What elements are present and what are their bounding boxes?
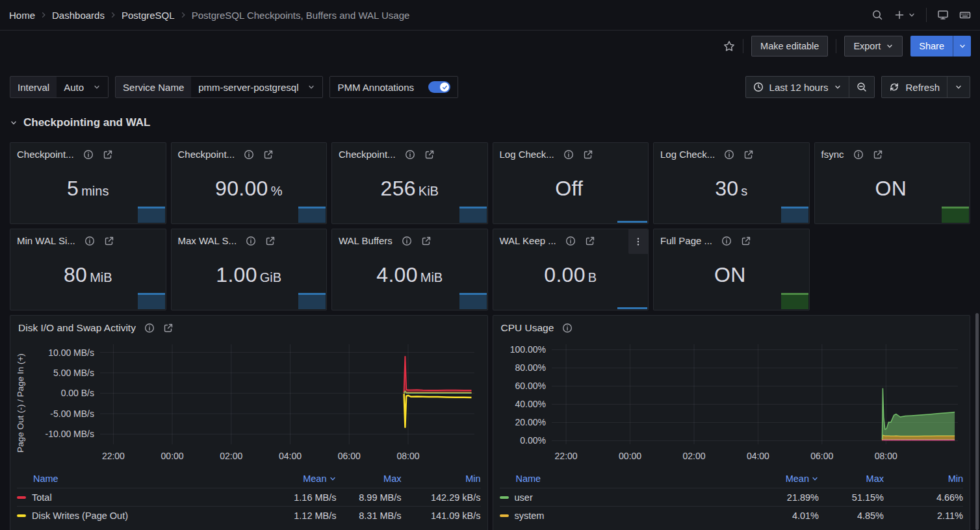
info-icon[interactable] — [565, 236, 576, 246]
breadcrumb-home[interactable]: Home — [9, 10, 35, 21]
panel-title[interactable]: Max WAL S... — [178, 235, 237, 246]
external-link-icon[interactable] — [263, 149, 274, 160]
sparkline — [138, 293, 165, 309]
external-link-icon[interactable] — [873, 149, 883, 160]
panel-title[interactable]: Checkpoint... — [339, 149, 396, 160]
info-icon[interactable] — [144, 323, 155, 333]
service-name-field: Service Name pmm-server-postgresql — [115, 76, 323, 98]
external-link-icon[interactable] — [104, 236, 114, 246]
stat-unit: B — [588, 270, 597, 285]
legend-header-name[interactable]: Name — [17, 473, 264, 484]
panel-title[interactable]: WAL Buffers — [339, 235, 393, 246]
stat-unit: KiB — [419, 184, 439, 199]
legend-row-disk-writes: Disk Writes (Page Out) 1.12 MB/s 8.31 MB… — [17, 506, 481, 524]
external-link-icon[interactable] — [743, 149, 754, 160]
panel-title[interactable]: fsync — [821, 149, 844, 160]
stat-panel-checkpoint-1: Checkpoint... 5 mins — [10, 142, 166, 224]
legend-header-name[interactable]: Name — [500, 473, 747, 484]
panel-title[interactable]: Min WAL Si... — [17, 235, 75, 246]
chevron-down-icon — [959, 42, 966, 50]
series-name[interactable]: system — [515, 511, 545, 521]
sparkline — [459, 207, 487, 223]
stat-number: 80 — [64, 263, 87, 287]
star-icon[interactable] — [723, 40, 735, 52]
legend-row-system: system 4.01% 4.85% 2.11% — [500, 506, 964, 524]
info-icon[interactable] — [84, 236, 95, 246]
stat-panel-max-wal-size: Max WAL S... 1.00 GiB — [171, 229, 328, 310]
info-icon[interactable] — [246, 236, 256, 246]
info-icon[interactable] — [244, 149, 254, 160]
plus-icon — [894, 9, 905, 21]
external-link-icon[interactable] — [741, 236, 751, 246]
refresh-button[interactable]: Refresh — [882, 77, 947, 97]
external-link-icon[interactable] — [163, 323, 174, 333]
svg-text:08:00: 08:00 — [396, 451, 419, 461]
external-link-icon[interactable] — [265, 236, 276, 246]
info-icon[interactable] — [83, 149, 94, 160]
info-icon[interactable] — [405, 149, 415, 160]
panel-title[interactable]: Disk I/O and Swap Activity — [18, 322, 136, 334]
monitor-icon[interactable] — [937, 9, 949, 21]
search-icon[interactable] — [871, 9, 883, 21]
panel-title[interactable]: Log Check... — [500, 149, 554, 160]
info-icon[interactable] — [853, 149, 864, 160]
panel-title[interactable]: Checkpoint... — [178, 149, 235, 160]
panel-title[interactable]: WAL Keep ... — [500, 235, 556, 246]
make-editable-button[interactable]: Make editable — [751, 36, 828, 57]
info-icon[interactable] — [402, 236, 412, 246]
svg-text:06:00: 06:00 — [810, 451, 833, 461]
legend-header-mean[interactable]: Mean — [746, 473, 819, 484]
svg-text:5.00 MB/s: 5.00 MB/s — [53, 368, 94, 378]
pmm-annotations-toggle[interactable] — [428, 81, 450, 93]
svg-text:0.00%: 0.00% — [520, 435, 546, 446]
legend-header-max[interactable]: Max — [819, 473, 884, 484]
sparkline — [617, 307, 647, 309]
series-name[interactable]: Total — [32, 492, 52, 503]
info-icon[interactable] — [563, 149, 574, 160]
panel-title[interactable]: Checkpoint... — [17, 149, 74, 160]
new-plus-button[interactable] — [894, 9, 916, 21]
disk-io-chart[interactable]: 10.00 MB/s5.00 MB/s0.00 B/s-5.00 MB/s-10… — [27, 338, 482, 468]
info-icon[interactable] — [721, 236, 732, 246]
legend-mean-value: 1.12 MB/s — [264, 511, 337, 521]
stat-number: Off — [555, 177, 583, 201]
row-checkpointing-and-wal[interactable]: Checkpointing and WAL — [10, 116, 970, 129]
legend-header-min[interactable]: Min — [884, 473, 963, 484]
time-range-picker[interactable]: Last 12 hours — [746, 77, 849, 97]
panel-title[interactable]: Log Check... — [660, 149, 715, 160]
panel-menu-button[interactable] — [628, 229, 648, 254]
external-link-icon[interactable] — [421, 236, 432, 246]
breadcrumb: Home Dashboards PostgreSQL PostgreSQL Ch… — [9, 10, 409, 21]
legend-header-mean[interactable]: Mean — [264, 473, 337, 484]
top-nav-bar: Home Dashboards PostgreSQL PostgreSQL Ch… — [0, 0, 980, 31]
external-link-icon[interactable] — [583, 149, 593, 160]
info-icon[interactable] — [562, 323, 573, 333]
panel-title[interactable]: Full Page ... — [660, 235, 712, 246]
share-menu-button[interactable] — [953, 36, 971, 57]
keyboard-icon[interactable] — [959, 9, 971, 21]
breadcrumb-dashboards[interactable]: Dashboards — [52, 10, 105, 21]
share-button[interactable]: Share — [910, 36, 953, 57]
legend-header-max[interactable]: Max — [337, 473, 402, 484]
external-link-icon[interactable] — [585, 236, 595, 246]
time-range-label: Last 12 hours — [769, 82, 829, 93]
scrollbar[interactable] — [975, 313, 979, 530]
panel-title[interactable]: CPU Usage — [501, 322, 554, 334]
legend-max-value: 4.85% — [819, 511, 884, 521]
toggle-knob — [440, 82, 449, 92]
series-name[interactable]: user — [515, 492, 533, 503]
pmm-annotations-label: PMM Annotations — [330, 77, 421, 97]
zoom-out-button[interactable] — [849, 77, 874, 97]
refresh-interval-button[interactable] — [947, 77, 970, 97]
stat-unit: % — [271, 184, 283, 199]
external-link-icon[interactable] — [103, 149, 113, 160]
interval-select[interactable]: Auto — [57, 77, 108, 97]
service-name-select[interactable]: pmm-server-postgresql — [191, 77, 322, 97]
series-name[interactable]: Disk Writes (Page Out) — [32, 511, 128, 521]
cpu-usage-chart[interactable]: 100.00%80.00%60.00%40.00%20.00%0.00%22:0… — [496, 338, 966, 468]
info-icon[interactable] — [724, 149, 734, 160]
export-button[interactable]: Export — [844, 36, 903, 57]
legend-header-min[interactable]: Min — [402, 473, 481, 484]
external-link-icon[interactable] — [424, 149, 435, 160]
breadcrumb-postgresql[interactable]: PostgreSQL — [122, 10, 175, 21]
